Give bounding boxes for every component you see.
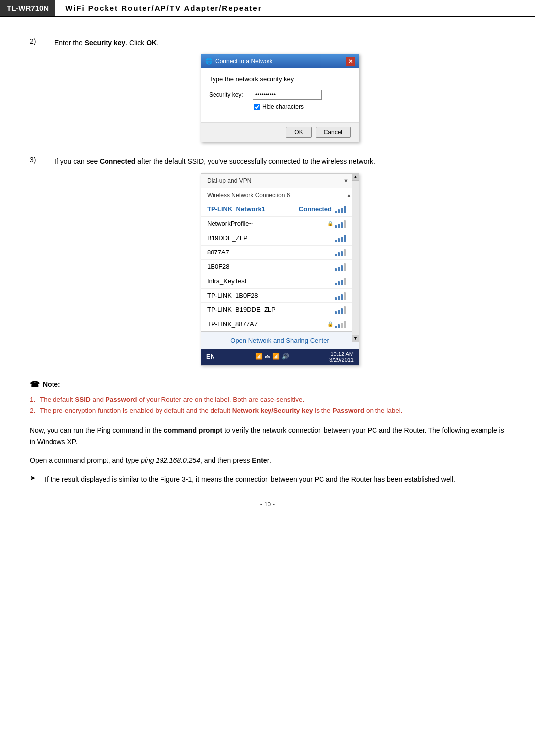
note-title-text: Note: [43, 380, 60, 388]
wifi-lock-0: 🔒 [327, 220, 347, 228]
dialog-title-left: 🌐 Connect to a Network [205, 58, 272, 65]
wb1-3 [335, 268, 337, 271]
wifi-bar-3 [341, 208, 343, 213]
hide-characters-option: Hide characters [254, 103, 351, 110]
wb3-2 [341, 251, 343, 256]
page-title: WiFi Pocket Router/AP/TV Adapter/Repeate… [55, 0, 271, 16]
dialog-subtitle: Type the network security key [209, 75, 351, 83]
dialup-label: Dial-up and VPN [207, 177, 251, 184]
dialog-close-button[interactable]: ✕ [346, 57, 355, 66]
password-bold-2: Password [332, 407, 364, 414]
network-item-0[interactable]: NetworkProfile~ 🔒 [201, 217, 359, 231]
dialog-cancel-button[interactable]: Cancel [316, 127, 351, 138]
page-header: TL-WR710N WiFi Pocket Router/AP/TV Adapt… [0, 0, 535, 17]
network-name-7: TP-LINK_8877A7 [207, 320, 327, 328]
taskbar-signal-icon: 📶 [255, 353, 263, 360]
ssid-bold: SSID [75, 396, 91, 403]
network-item-7[interactable]: TP-LINK_8877A7 🔒 [201, 317, 359, 332]
scrollbar[interactable]: ▲ ▼ [352, 174, 359, 342]
wb4-3 [344, 263, 346, 271]
connect-dialog: 🌐 Connect to a Network ✕ Type the networ… [201, 54, 359, 142]
wb4-2 [344, 249, 346, 256]
wifi-bars-0 [335, 220, 347, 228]
wb2-1 [338, 238, 340, 242]
security-key-input[interactable] [253, 90, 322, 100]
wb3-4 [341, 280, 343, 285]
hide-characters-checkbox[interactable] [254, 104, 260, 110]
wifi-bar-4 [344, 206, 346, 213]
note-icon: ☎ [30, 380, 40, 389]
network-name-4: Infra_KeyTest [207, 277, 335, 285]
wb3-7 [341, 323, 343, 328]
wb4-1 [344, 235, 346, 242]
wireless-section-header[interactable]: Wireless Network Connection 6 ▲ [201, 188, 359, 202]
wb1-6 [335, 311, 337, 314]
scroll-up-button[interactable]: ▲ [352, 174, 359, 181]
dialog-title-text: Connect to a Network [215, 58, 272, 65]
open-sharing-center-link[interactable]: Open Network and Sharing Center [201, 332, 359, 349]
network-item-5[interactable]: TP-LINK_1B0F28 [201, 289, 359, 303]
wb2-6 [338, 310, 340, 314]
network-key-bold: Network key/Security key [232, 407, 313, 414]
dialog-ok-button[interactable]: OK [286, 127, 311, 138]
network-item-1[interactable]: B19DDE_ZLP [201, 231, 359, 246]
step-3-number: 3) [30, 156, 45, 167]
network-item-6[interactable]: TP-LINK_B19DDE_ZLP [201, 303, 359, 317]
wb1-5 [335, 297, 337, 300]
enter-ref: Enter [252, 456, 269, 464]
wb3-5 [341, 294, 343, 300]
connected-network-item[interactable]: TP-LINK_Network1 Connected [201, 202, 359, 217]
security-key-label: Security key [85, 39, 126, 47]
taskbar-wifi-icon: 📶 [272, 353, 280, 360]
dialup-section-header[interactable]: Dial-up and VPN ▼ [201, 174, 359, 188]
security-key-field-label: Security key: [209, 91, 249, 98]
wb1-4 [335, 283, 337, 285]
wb2-0 [338, 224, 340, 228]
lock-icon-0: 🔒 [327, 221, 333, 226]
wb2-4 [338, 281, 340, 285]
step-2-text: Enter the Security key. Click OK. [54, 37, 159, 48]
network-item-4[interactable]: Infra_KeyTest [201, 274, 359, 289]
taskbar-lang: EN [206, 353, 215, 360]
bullet-text-1: If the result displayed is similar to th… [45, 474, 455, 486]
network-icon: 🌐 [205, 58, 213, 65]
network-name-2: 8877A7 [207, 249, 335, 256]
taskbar-volume-icon: 🔊 [282, 353, 289, 360]
dialup-arrow-icon: ▼ [343, 178, 349, 184]
bullet-arrow-icon: ➤ [30, 474, 40, 486]
wifi-bars-5 [335, 292, 347, 300]
connected-status-label: Connected [299, 205, 332, 213]
wb2-7 [338, 324, 340, 328]
wifi-lock-7: 🔒 [327, 320, 347, 328]
wifi-bars-2 [335, 249, 347, 256]
taskbar-time: 10:12 AM [329, 351, 354, 357]
ping-command: ping 192.168.0.254 [141, 456, 200, 464]
hide-characters-label: Hide characters [262, 103, 304, 110]
wb1-0 [335, 225, 337, 228]
wb1-1 [335, 240, 337, 242]
page-number: - 10 - [30, 501, 505, 508]
step-3-line: 3) If you can see Connected after the de… [30, 156, 505, 167]
note-item-2: The pre-encryption function is enabled b… [30, 405, 505, 417]
network-panel: ▲ ▼ Dial-up and VPN ▼ Wireless Network C… [201, 173, 359, 366]
wb2-5 [338, 296, 340, 300]
network-item-3[interactable]: 1B0F28 [201, 260, 359, 274]
taskbar-datetime: 10:12 AM 3/29/2011 [329, 351, 354, 363]
wifi-bars-6 [335, 306, 347, 314]
wb4-7 [344, 321, 346, 328]
bullet-item-1: ➤ If the result displayed is similar to … [30, 474, 505, 486]
connected-wifi-bars [335, 205, 347, 213]
step-2: 2) Enter the Security key. Click OK. 🌐 C… [30, 37, 505, 142]
network-item-2[interactable]: 8877A7 [201, 246, 359, 260]
wb1-2 [335, 254, 337, 256]
wifi-bar-2 [338, 209, 340, 213]
step-2-line: 2) Enter the Security key. Click OK. [30, 37, 505, 48]
wifi-bars-7 [335, 320, 347, 328]
note-list: The default SSID and Password of your Ro… [30, 394, 505, 417]
dialog-titlebar: 🌐 Connect to a Network ✕ [201, 54, 359, 68]
note-title: ☎ Note: [30, 380, 505, 389]
network-name-1: B19DDE_ZLP [207, 234, 335, 242]
scroll-down-button[interactable]: ▼ [352, 335, 359, 342]
wb2-2 [338, 252, 340, 256]
connected-ref: Connected [100, 157, 135, 165]
